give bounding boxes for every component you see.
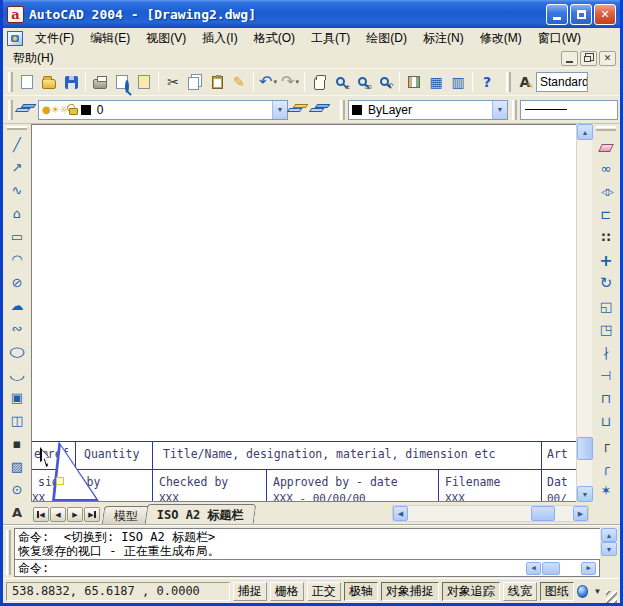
hatch-button[interactable]: ▨ (5, 455, 29, 478)
region-button[interactable]: ⊙ (5, 478, 29, 501)
spline-button[interactable]: ∾ (5, 317, 29, 340)
scroll-down-button[interactable]: ▼ (577, 486, 593, 502)
toolbar-grip[interactable] (340, 100, 345, 120)
menu-modify[interactable]: 修改(M) (472, 28, 530, 49)
toolbar-grip[interactable] (506, 72, 511, 92)
arc-button[interactable]: ◠ (5, 248, 29, 271)
mdi-close-button[interactable]: ✕ (599, 51, 616, 66)
scale-button[interactable]: ◱ (594, 295, 618, 318)
command-scroll-up-button[interactable]: ▲ (601, 528, 617, 542)
match-properties-button[interactable]: ✎ (228, 71, 250, 93)
ortho-toggle[interactable]: 正交 (307, 582, 341, 601)
command-scroll-down-button[interactable]: ▼ (601, 542, 617, 556)
cut-button[interactable]: ✂ (162, 71, 184, 93)
grid-toggle[interactable]: 栅格 (270, 582, 304, 601)
fillet-button[interactable]: ╭ (594, 456, 618, 479)
tab-iso-a2-titleblock[interactable]: ISO A2 标题栏 (145, 504, 256, 524)
canvas-vertical-scrollbar[interactable]: ▲ ▼ (576, 124, 592, 502)
osnap-toggle[interactable]: 对象捕捉 (381, 582, 439, 601)
paper-model-toggle[interactable]: 图纸 (540, 582, 574, 601)
command-horizontal-scrollbar[interactable]: ◀ ▶ (526, 562, 596, 575)
mdi-minimize-button[interactable] (561, 51, 578, 66)
break-button[interactable]: ⊔ (594, 410, 618, 433)
tab-horizontal-scrollbar[interactable]: ◀ ▶ (392, 505, 589, 522)
copy-object-button[interactable]: ∞ (594, 157, 618, 180)
minimize-button[interactable] (546, 4, 568, 25)
next-tab-button[interactable]: ▶ (67, 507, 83, 522)
menu-insert[interactable]: 插入(I) (194, 28, 245, 49)
layer-previous-button[interactable] (310, 99, 332, 121)
first-tab-button[interactable]: ◀ (33, 507, 49, 522)
construction-line-button[interactable]: ↗ (5, 156, 29, 179)
linetype-combo[interactable] (520, 100, 618, 120)
tab-model[interactable]: 模型 (102, 506, 151, 524)
stretch-button[interactable]: ◳ (594, 318, 618, 341)
document-icon[interactable] (7, 31, 23, 46)
text-style-combo[interactable]: Standard (536, 72, 588, 92)
previous-tab-button[interactable]: ◀ (50, 507, 66, 522)
offset-button[interactable]: ⊏ (594, 203, 618, 226)
erase-button[interactable] (594, 134, 618, 157)
menu-tools[interactable]: 工具(T) (303, 28, 358, 49)
make-layer-current-button[interactable] (288, 99, 310, 121)
point-button[interactable]: ▪ (5, 432, 29, 455)
designcenter-button[interactable]: ▦ (425, 71, 447, 93)
rotate-button[interactable]: ↻ (594, 272, 618, 295)
menu-draw[interactable]: 绘图(D) (358, 28, 415, 49)
toolbar-grip[interactable] (8, 72, 13, 92)
chamfer-button[interactable]: ┌ (594, 433, 618, 456)
command-vertical-scrollbar[interactable]: ▲ ▼ (601, 528, 618, 577)
zoom-realtime-button[interactable]: ± (330, 71, 352, 93)
polygon-button[interactable]: ⌂ (5, 202, 29, 225)
publish-button[interactable] (133, 71, 155, 93)
toolbar-grip[interactable] (512, 100, 517, 120)
command-scroll-left-button[interactable]: ◀ (526, 562, 541, 575)
layer-combo-arrow[interactable]: ▼ (272, 101, 287, 119)
save-button[interactable] (60, 71, 82, 93)
otrack-toggle[interactable]: 对象追踪 (442, 582, 500, 601)
undo-button[interactable]: ↶▾ (257, 71, 279, 93)
line-button[interactable]: ╱ (5, 133, 29, 156)
paste-button[interactable] (206, 71, 228, 93)
redo-button[interactable]: ↷▾ (279, 71, 301, 93)
zoom-previous-button[interactable]: ↶ (374, 71, 396, 93)
explode-button[interactable]: ✶ (594, 479, 618, 502)
revision-cloud-button[interactable]: ☁ (5, 294, 29, 317)
command-scroll-right-button[interactable]: ▶ (581, 562, 596, 575)
tab-scroll-right-button[interactable]: ▶ (573, 506, 588, 521)
open-button[interactable] (38, 71, 60, 93)
layer-manager-button[interactable] (16, 99, 38, 121)
toolbar-grip[interactable] (8, 100, 13, 120)
coordinate-display[interactable]: 538.8832, 65.6187 , 0.0000 (6, 582, 230, 601)
pan-button[interactable] (308, 71, 330, 93)
status-menu-arrow-icon[interactable]: ▼ (593, 587, 601, 596)
new-button[interactable] (16, 71, 38, 93)
maximize-button[interactable] (570, 4, 592, 25)
command-input-line[interactable]: 命令: ◀ ▶ (14, 560, 600, 577)
command-scroll-thumb[interactable] (542, 562, 560, 575)
print-button[interactable] (89, 71, 111, 93)
mdi-restore-button[interactable] (580, 51, 597, 66)
break-at-point-button[interactable]: ⊓ (594, 387, 618, 410)
scroll-thumb[interactable] (577, 437, 593, 460)
title-bar[interactable]: a AutoCAD 2004 - [Drawing2.dwg] ✕ (3, 0, 620, 28)
snap-toggle[interactable]: 捕捉 (233, 582, 267, 601)
color-combo[interactable]: ByLayer ▼ (348, 100, 508, 120)
resize-grip[interactable] (606, 591, 617, 603)
circle-button[interactable]: ⊘ (5, 271, 29, 294)
polyline-button[interactable]: ∿ (5, 179, 29, 202)
print-preview-button[interactable] (111, 71, 133, 93)
properties-palette-button[interactable] (403, 71, 425, 93)
zoom-window-button[interactable]: ▭ (352, 71, 374, 93)
ellipse-button[interactable]: ○ (5, 340, 29, 363)
menu-file[interactable]: 文件(F) (27, 28, 82, 49)
copy-button[interactable] (184, 71, 206, 93)
drawing-canvas[interactable]: emref Quantity Title/Name, designation, … (31, 124, 576, 502)
extend-button[interactable]: ⊣ (594, 364, 618, 387)
polar-toggle[interactable]: 极轴 (344, 582, 378, 601)
tab-scroll-left-button[interactable]: ◀ (393, 506, 408, 521)
ellipse-arc-button[interactable]: ◡ (5, 363, 29, 386)
trim-button[interactable]: ∤ (594, 341, 618, 364)
tool-palettes-button[interactable]: ▥ (447, 71, 469, 93)
make-block-button[interactable]: ◫ (5, 409, 29, 432)
